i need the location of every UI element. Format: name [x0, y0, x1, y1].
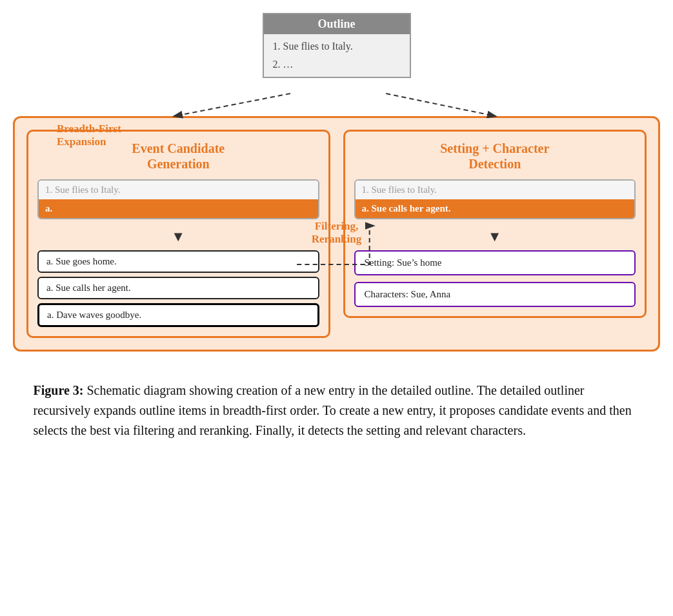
detection-item-setting: Setting: Sue’s home	[354, 250, 636, 275]
figure-caption-rest: Schematic diagram showing creation of a …	[34, 383, 632, 437]
left-input-row: 1. Sue flies to Italy. a.	[37, 179, 319, 219]
outline-header: Outline	[264, 14, 410, 34]
left-input-highlight: a.	[39, 199, 318, 218]
right-input-text: 1. Sue flies to Italy.	[356, 181, 635, 199]
right-input-row: 1. Sue flies to Italy. a. Sue calls her …	[354, 179, 636, 219]
outline-line2: 2. …	[273, 59, 401, 70]
detection-item-characters: Characters: Sue, Anna	[354, 282, 636, 307]
left-input-text: 1. Sue flies to Italy.	[39, 181, 318, 199]
outline-body: 1. Sue flies to Italy. 2. …	[264, 34, 410, 77]
candidate-item-3: a. Dave waves goodbye.	[37, 303, 319, 327]
diagram-wrapper: Outline 1. Sue flies to Italy. 2. … Brea…	[13, 13, 660, 361]
candidate-item-1: a. Sue goes home.	[37, 250, 319, 273]
right-panel-title: Setting + Character Detection	[354, 141, 636, 172]
candidate-item-2: a. Sue calls her agent.	[37, 277, 319, 299]
figure-caption-bold: Figure 3:	[34, 383, 84, 397]
svg-line-0	[175, 94, 290, 116]
candidate-list: a. Sue goes home. a. Sue calls her agent…	[37, 250, 319, 327]
right-down-arrow: ▼	[354, 228, 636, 245]
outline-line1: 1. Sue flies to Italy.	[273, 41, 401, 52]
breadth-first-label: Breadth-First Expansion	[57, 123, 121, 149]
left-panel: Event Candidate Generation 1. Sue flies …	[26, 130, 330, 338]
right-panel: Setting + Character Detection 1. Sue fli…	[343, 130, 647, 318]
main-outer-box: Event Candidate Generation 1. Sue flies …	[13, 116, 660, 352]
filtering-reranking-label: Filtering, Reranking	[312, 220, 361, 246]
outline-box: Outline 1. Sue flies to Italy. 2. …	[263, 13, 411, 78]
detection-list: Setting: Sue’s home Characters: Sue, Ann…	[354, 250, 636, 307]
left-down-arrow: ▼	[37, 228, 319, 245]
figure-caption: Figure 3: Schematic diagram showing crea…	[27, 381, 647, 441]
svg-line-1	[386, 94, 495, 116]
right-input-highlight: a. Sue calls her agent.	[356, 199, 635, 218]
